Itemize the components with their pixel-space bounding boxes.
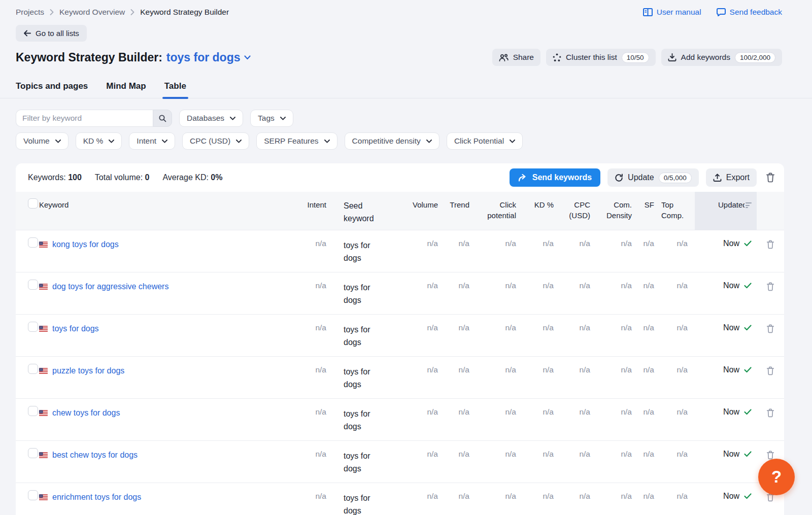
cell-sf: n/a [639,483,661,515]
row-checkbox[interactable] [28,237,38,248]
search-button[interactable] [153,110,172,127]
send-keywords-button[interactable]: Send keywords [510,168,600,187]
check-icon [744,409,752,415]
cell-volume: n/a [394,357,445,399]
intent-filter-dropdown[interactable]: Intent [129,132,175,150]
share-button[interactable]: Share [492,49,540,66]
click-potential-filter-dropdown[interactable]: Click Potential [447,132,523,150]
row-checkbox[interactable] [28,406,38,416]
chevron-down-icon [236,140,242,143]
row-checkbox[interactable] [28,280,38,290]
page-title: Keyword Strategy Builder: toys for dogs [16,51,251,64]
tab-table[interactable]: Table [164,81,186,98]
us-flag-icon [39,494,48,500]
keyword-link[interactable]: chew toys for dogs [52,408,120,418]
trash-icon [766,282,774,291]
row-checkbox[interactable] [28,490,38,500]
column-header-sf[interactable]: SF [639,192,661,230]
delete-row-button[interactable] [764,280,776,293]
table-stats: Keywords: 100 Total volume: 0 Average KD… [28,173,222,182]
keyword-link[interactable]: dog toys for aggressive chewers [52,282,168,291]
list-selector[interactable]: toys for dogs [166,51,251,64]
check-icon [744,451,752,457]
delete-list-button[interactable] [764,170,777,185]
cell-sf: n/a [639,272,661,315]
row-checkbox[interactable] [28,364,38,374]
search-icon [158,114,166,122]
databases-dropdown[interactable]: Databases [179,110,243,127]
breadcrumb-keyword-overview[interactable]: Keyword Overview [59,8,125,17]
us-flag-icon [39,242,48,248]
feedback-bubble-icon [717,8,726,16]
total-volume-label: Total volume: [95,173,143,182]
go-to-all-lists-button[interactable]: Go to all lists [16,25,87,42]
cell-intent: n/a [305,483,333,515]
cell-sf: n/a [639,399,661,441]
filter-keyword-input[interactable] [16,110,153,127]
chevron-down-icon [280,117,286,120]
question-mark-icon: ? [771,467,782,487]
add-keywords-button[interactable]: Add keywords 100/2,000 [661,49,782,66]
column-header-kd[interactable]: KD % [523,192,561,230]
keyword-link[interactable]: enrichment toys for dogs [52,493,141,502]
cell-cpc: n/a [561,441,597,483]
table-row: chew toys for dogs n/a toys for dogs n/a… [16,399,784,441]
column-header-com-density[interactable]: Com. Density [597,192,639,230]
cell-kd: n/a [523,315,561,357]
column-header-cpc[interactable]: CPC (USD) [561,192,597,230]
column-header-volume[interactable]: Volume [394,192,445,230]
average-kd-label: Average KD: [162,173,208,182]
column-header-updated[interactable]: Updated [695,192,757,230]
cell-kd: n/a [523,399,561,441]
kd-filter-dropdown[interactable]: KD % [76,132,122,150]
column-header-trend[interactable]: Trend [445,192,477,230]
cell-top-comp: n/a [661,399,695,441]
cell-sf: n/a [639,357,661,399]
cell-com-density: n/a [597,357,639,399]
cluster-this-list-button[interactable]: Cluster this list 10/50 [546,49,656,66]
tab-topics-and-pages[interactable]: Topics and pages [16,81,88,98]
table-row: dog toys for aggressive chewers n/a toys… [16,272,784,315]
serp-features-filter-dropdown[interactable]: SERP Features [256,132,337,150]
breadcrumb-projects[interactable]: Projects [16,8,44,17]
cell-click-potential: n/a [477,230,523,272]
cell-click-potential: n/a [477,399,523,441]
cell-updated: Now [695,272,757,315]
filters: Databases Tags Volume KD % Intent CPC (U… [16,110,796,150]
column-header-seed-keyword[interactable]: Seed keyword [333,192,394,230]
tags-dropdown[interactable]: Tags [250,110,293,127]
delete-row-button[interactable] [764,238,776,251]
trash-icon [766,366,774,375]
column-header-top-comp[interactable]: Top Comp. [661,192,695,230]
competitive-density-filter-dropdown[interactable]: Competitive density [345,132,439,150]
help-button[interactable]: ? [758,459,795,495]
cell-com-density: n/a [597,483,639,515]
delete-row-button[interactable] [764,406,776,420]
tab-mind-map[interactable]: Mind Map [106,81,146,98]
export-button[interactable]: Export [706,168,757,187]
row-checkbox[interactable] [28,448,38,458]
volume-filter-dropdown[interactable]: Volume [16,132,69,150]
keyword-link[interactable]: puzzle toys for dogs [52,366,124,375]
cell-click-potential: n/a [477,272,523,315]
keyword-link[interactable]: best chew toys for dogs [52,451,138,460]
select-all-checkbox[interactable] [28,198,38,209]
user-manual-link[interactable]: User manual [643,8,701,17]
cpc-filter-dropdown[interactable]: CPC (USD) [182,132,249,150]
check-icon [744,241,752,247]
chevron-down-icon [324,140,330,143]
delete-row-button[interactable] [764,364,776,377]
cluster-limit-badge: 10/50 [622,52,649,63]
table-row: kong toys for dogs n/a toys for dogs n/a… [16,230,784,272]
table-header: Keyword Intent Seed keyword Volume Trend… [16,192,784,230]
send-feedback-link[interactable]: Send feedback [717,8,782,17]
row-checkbox[interactable] [28,322,38,332]
column-header-keyword[interactable]: Keyword [39,192,305,230]
column-header-intent[interactable]: Intent [305,192,333,230]
delete-row-button[interactable] [764,322,776,335]
header-actions: Share Cluster this list 10/50 Add keywor… [492,49,782,66]
keyword-link[interactable]: kong toys for dogs [52,240,119,249]
column-header-click-potential[interactable]: Click potential [477,192,523,230]
update-button[interactable]: Update 0/5,000 [607,168,699,187]
keyword-link[interactable]: toys for dogs [52,324,99,333]
